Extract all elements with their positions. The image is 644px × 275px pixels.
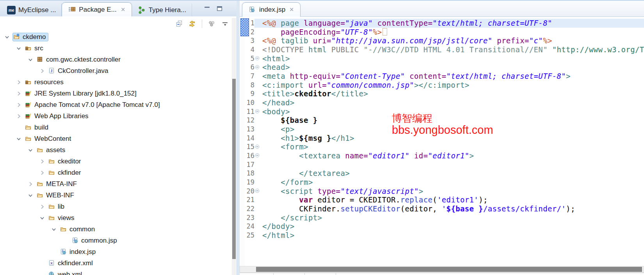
code-line-15[interactable]: 15 <form> (245, 142, 644, 151)
tree-item-web-xml[interactable]: web.xml (0, 269, 237, 275)
tree-item-views[interactable]: views (0, 212, 237, 224)
code-line-1[interactable]: 1<%@ page language="java" contentType="t… (245, 19, 644, 28)
close-icon[interactable] (121, 7, 126, 12)
tree-item-index-jsp[interactable]: Jindex.jsp (0, 246, 237, 257)
tree-item-common[interactable]: common (0, 224, 237, 235)
chevron-collapsed-icon[interactable] (16, 90, 22, 97)
fold-minus-icon[interactable] (254, 54, 261, 63)
link-with-editor-button[interactable] (188, 19, 197, 28)
code-text[interactable]: </head> (261, 98, 644, 107)
code-line-3[interactable]: 3<%@ taglib uri="http://java.sun.com/jsp… (245, 36, 644, 45)
code-text[interactable]: <script type="text/javascript"> (261, 187, 644, 196)
view-tab-myeclipse[interactable]: meMyEclipse ... (2, 4, 62, 16)
code-text[interactable]: <head> (261, 63, 644, 72)
fold-minus-icon[interactable] (254, 63, 261, 72)
code-line-17[interactable]: 17 (245, 160, 644, 169)
view-menu-button[interactable] (220, 19, 229, 28)
code-text[interactable]: <c:import url="common/common.jsp"></c:im… (261, 81, 644, 90)
tree-item-jre-system-library-jdk1-8-0-152[interactable]: JRE System Library [jdk1.8.0_152] (0, 88, 237, 99)
code-text[interactable]: </textarea> (261, 169, 644, 178)
fold-minus-icon[interactable] (254, 187, 261, 196)
code-text[interactable]: </html> (261, 231, 644, 240)
editor-body[interactable]: 1<%@ page language="java" contentType="t… (240, 17, 644, 266)
code-line-9[interactable]: 9<title>ckeditor</title> (245, 89, 644, 98)
tree-item-ckeditor[interactable]: ckeditor (0, 156, 237, 167)
code-line-5[interactable]: 5<html> (245, 54, 644, 63)
chevron-expanded-icon[interactable] (4, 34, 10, 40)
chevron-expanded-icon[interactable] (16, 45, 22, 51)
chevron-collapsed-icon[interactable] (39, 158, 45, 165)
chevron-expanded-icon[interactable] (39, 215, 45, 221)
view-tab-package-e[interactable]: Package E... (62, 2, 132, 17)
minimize-view-button[interactable] (204, 5, 211, 12)
tree-item-ckdemo[interactable]: ckdemo (0, 31, 237, 43)
code-text[interactable]: <%@ taglib uri="http://java.sun.com/jsp/… (261, 36, 644, 45)
code-text[interactable]: <%@ page language="java" contentType="te… (261, 19, 644, 28)
code-text[interactable]: <form> (261, 142, 644, 151)
fold-minus-icon[interactable] (254, 151, 261, 160)
chevron-expanded-icon[interactable] (27, 57, 34, 63)
chevron-collapsed-icon[interactable] (16, 113, 22, 119)
code-text[interactable]: CKFinder.setupCKEditor(editor, '${base }… (261, 204, 644, 213)
code-text[interactable]: <!DOCTYPE html PUBLIC "-//W3C//DTD HTML … (261, 45, 644, 54)
focus-on-active-task-button[interactable] (207, 19, 216, 28)
code-text[interactable]: </form> (261, 178, 644, 187)
chevron-collapsed-icon[interactable] (27, 181, 34, 187)
chevron-collapsed-icon[interactable] (16, 102, 22, 108)
code-line-20[interactable]: 20 <script type="text/javascript"> (245, 187, 644, 196)
maximize-view-button[interactable] (216, 5, 223, 12)
chevron-expanded-icon[interactable] (51, 226, 57, 232)
tree-item-build[interactable]: build (0, 122, 237, 133)
chevron-collapsed-icon[interactable] (39, 68, 45, 74)
code-text[interactable]: </body> (261, 222, 644, 231)
tree-item-web-app-libraries[interactable]: Web App Libraries (0, 110, 237, 122)
tree-item-ckfinder-xml[interactable]: Xckfinder.xml (0, 257, 237, 269)
editor-tab-index-jsp[interactable]: Jindex.jsp (242, 2, 301, 17)
code-line-23[interactable]: 23 </script> (245, 213, 644, 222)
close-icon[interactable] (290, 7, 295, 12)
code-text[interactable] (261, 160, 644, 169)
code-line-19[interactable]: 19 </form> (245, 178, 644, 187)
chevron-expanded-icon[interactable] (16, 136, 22, 142)
code-text[interactable]: pageEncoding="UTF-8"%> (261, 28, 644, 37)
code-line-6[interactable]: 6<head> (245, 63, 644, 72)
fold-minus-icon[interactable] (254, 107, 261, 116)
tree-vertical-scrollbar[interactable] (232, 18, 236, 275)
tree-item-src[interactable]: src (0, 43, 237, 54)
tree-item-ckfinder[interactable]: ckfinder (0, 167, 237, 178)
collapse-all-button[interactable] (174, 19, 184, 28)
editor-horizontal-scrollbar[interactable] (240, 266, 644, 273)
code-line-10[interactable]: 10</head> (245, 98, 644, 107)
tree-item-common-jsp[interactable]: Jcommon.jsp (0, 235, 237, 246)
tree-item-ckcontroller-java[interactable]: JCkController.java (0, 65, 237, 76)
code-line-18[interactable]: 18 </textarea> (245, 169, 644, 178)
code-text[interactable]: <textarea name="editor1" id="editor1"> (261, 151, 644, 160)
code-line-25[interactable]: 25</html> (245, 231, 644, 240)
code-text[interactable]: <meta http-equiv="Content-Type" content=… (261, 72, 644, 81)
view-tab-type-hiera[interactable]: Type Hiera... (132, 4, 192, 16)
chevron-collapsed-icon[interactable] (39, 170, 45, 176)
tree-item-web-inf[interactable]: WEB-INF (0, 190, 237, 201)
fold-minus-icon[interactable] (254, 142, 261, 151)
tree-item-apache-tomcat-v7-0-apache-tomcat-v7-0[interactable]: Apache Tomcat v7.0 [Apache Tomcat v7.0] (0, 99, 237, 110)
chevron-expanded-icon[interactable] (27, 147, 34, 153)
code-text[interactable]: <title>ckeditor</title> (261, 89, 644, 98)
code-line-8[interactable]: 8<c:import url="common/common.jsp"></c:i… (245, 81, 644, 90)
code-line-16[interactable]: 16 <textarea name="editor1" id="editor1"… (245, 151, 644, 160)
code-line-21[interactable]: 21 var editor = CKEDITOR.replace('editor… (245, 195, 644, 204)
code-line-2[interactable]: 2 pageEncoding="UTF-8"%> (245, 28, 644, 37)
code-text[interactable]: <html> (261, 54, 644, 63)
tree-item-assets[interactable]: assets (0, 144, 237, 156)
tree-item-meta-inf[interactable]: META-INF (0, 178, 237, 190)
code-text[interactable]: </script> (261, 213, 644, 222)
code-line-22[interactable]: 22 CKFinder.setupCKEditor(editor, '${bas… (245, 204, 644, 213)
code-line-7[interactable]: 7<meta http-equiv="Content-Type" content… (245, 72, 644, 81)
editor-hscrollbar-thumb[interactable] (256, 267, 642, 272)
code-line-4[interactable]: 4<!DOCTYPE html PUBLIC "-//W3C//DTD HTML… (245, 45, 644, 54)
tree-scrollbar-thumb[interactable] (232, 79, 236, 259)
code-text[interactable]: var editor = CKEDITOR.replace('editor1')… (261, 195, 644, 204)
chevron-expanded-icon[interactable] (27, 192, 34, 199)
tree-item-resources[interactable]: resources (0, 76, 237, 88)
tree-item-webcontent[interactable]: WebContent (0, 133, 237, 144)
chevron-collapsed-icon[interactable] (16, 79, 22, 85)
